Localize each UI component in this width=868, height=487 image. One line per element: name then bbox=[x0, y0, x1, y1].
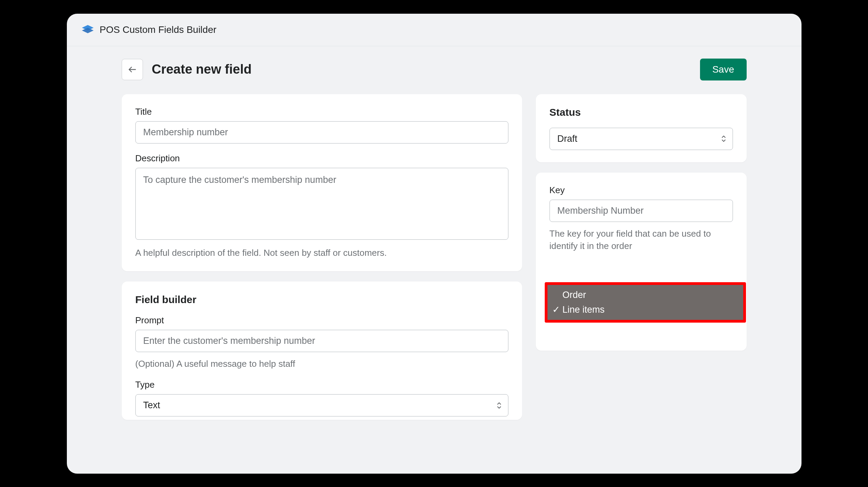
status-card: Status Draft bbox=[536, 94, 747, 162]
type-select-wrap: Text bbox=[135, 394, 508, 416]
right-column: Status Draft Key The key for you bbox=[536, 94, 747, 361]
title-description-card: Title Description A helpful description … bbox=[122, 94, 522, 271]
field-builder-card: Field builder Prompt (Optional) A useful… bbox=[122, 282, 522, 420]
type-field-group: Type Text bbox=[135, 379, 508, 416]
description-field-group: Description A helpful description of the… bbox=[135, 153, 508, 259]
status-select-value: Draft bbox=[557, 134, 578, 144]
key-card: Key The key for your field that can be u… bbox=[536, 173, 747, 351]
prompt-help: (Optional) A useful message to help staf… bbox=[135, 358, 508, 370]
top-bar: POS Custom Fields Builder bbox=[67, 14, 801, 46]
page-title: Create new field bbox=[152, 62, 700, 77]
prompt-field-group: Prompt (Optional) A useful message to he… bbox=[135, 315, 508, 370]
app-window: POS Custom Fields Builder Create new fie… bbox=[67, 14, 801, 474]
status-select-wrap: Draft bbox=[550, 128, 733, 150]
back-button[interactable] bbox=[122, 59, 143, 80]
key-label: Key bbox=[550, 185, 733, 196]
status-select[interactable]: Draft bbox=[550, 128, 733, 150]
columns: Title Description A helpful description … bbox=[122, 94, 747, 430]
title-input[interactable] bbox=[135, 121, 508, 143]
prompt-label: Prompt bbox=[135, 315, 508, 326]
field-builder-heading: Field builder bbox=[135, 294, 508, 305]
description-textarea[interactable] bbox=[135, 168, 508, 240]
type-select[interactable]: Text bbox=[135, 394, 508, 416]
title-label: Title bbox=[135, 107, 508, 117]
title-field-group: Title bbox=[135, 107, 508, 143]
type-select-value: Text bbox=[143, 400, 160, 411]
chevron-updown-icon bbox=[721, 136, 726, 142]
scope-option-label: Line items bbox=[563, 304, 605, 315]
scope-dropdown[interactable]: Order ✓ Line items bbox=[545, 282, 746, 323]
arrow-left-icon bbox=[128, 65, 137, 74]
key-input[interactable] bbox=[550, 200, 733, 222]
scope-option-label: Order bbox=[563, 290, 586, 300]
app-icon bbox=[82, 24, 94, 36]
app-title: POS Custom Fields Builder bbox=[100, 24, 217, 35]
description-help: A helpful description of the field. Not … bbox=[135, 247, 508, 259]
chevron-updown-icon bbox=[497, 402, 502, 409]
key-help: The key for your field that can be used … bbox=[550, 227, 733, 252]
description-label: Description bbox=[135, 153, 508, 164]
page-header: Create new field Save bbox=[122, 59, 747, 80]
prompt-input[interactable] bbox=[135, 330, 508, 352]
status-heading: Status bbox=[550, 107, 733, 118]
scope-option-order[interactable]: Order bbox=[550, 288, 741, 302]
scope-dropdown-list: Order ✓ Line items bbox=[550, 288, 741, 317]
save-button[interactable]: Save bbox=[700, 59, 747, 80]
left-column: Title Description A helpful description … bbox=[122, 94, 522, 430]
content-area: Create new field Save Title Description … bbox=[67, 46, 801, 430]
type-label: Type bbox=[135, 379, 508, 390]
scope-option-line-items[interactable]: ✓ Line items bbox=[550, 302, 741, 317]
check-icon: ✓ bbox=[552, 304, 560, 315]
